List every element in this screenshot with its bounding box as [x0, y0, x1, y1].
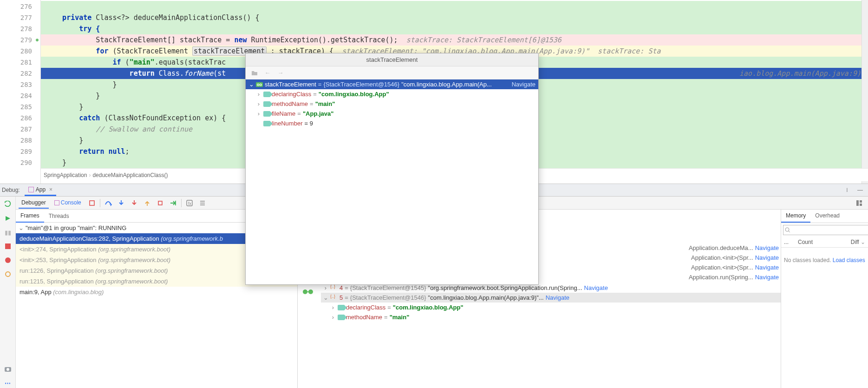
svg-rect-12 — [860, 204, 862, 206]
svg-point-2 — [6, 272, 10, 276]
forward-icon[interactable]: → — [275, 68, 286, 78]
line-number: 284 — [0, 90, 32, 101]
stack-frame[interactable]: main:9, App (com.lingxiao.blog) — [16, 287, 297, 297]
mute-breakpoints-icon[interactable] — [3, 269, 13, 279]
chevron-right-icon[interactable]: › — [256, 100, 261, 107]
line-number: 280 — [0, 46, 32, 57]
popup-field[interactable]: lineNumber = 9 — [246, 118, 538, 128]
memory-search-input[interactable] — [783, 225, 868, 235]
editor-marker-bar[interactable] — [861, 0, 868, 184]
col-ellipsis: ... — [784, 239, 798, 245]
console-tab[interactable]: Console — [52, 197, 84, 209]
debugger-tab[interactable]: Debugger — [19, 197, 49, 209]
col-count[interactable]: Count — [798, 239, 851, 245]
navigate-link[interactable]: Navigate — [584, 284, 608, 291]
object-icon — [330, 285, 338, 291]
quick-evaluate-popup[interactable]: stackTraceElement ← → ⌄ oo stackTraceEle… — [245, 53, 539, 285]
code-line[interactable]: private Class<?> deduceMainApplicationCl… — [41, 12, 868, 23]
field-icon — [263, 121, 270, 126]
back-icon[interactable]: ← — [262, 68, 273, 78]
folder-icon[interactable] — [249, 68, 260, 78]
rerun-icon[interactable] — [3, 199, 13, 210]
line-number: 290 — [0, 157, 32, 168]
variable-hint-row[interactable]: Application.deduceMa... Navigate — [681, 243, 781, 253]
field-icon — [263, 111, 270, 117]
chevron-right-icon[interactable]: › — [256, 110, 261, 117]
line-number: 279 — [0, 34, 32, 46]
variable-hint-row[interactable]: Application.run(Spring... Navigate — [681, 272, 781, 282]
load-classes-link[interactable]: Load classes — [833, 257, 865, 263]
variable-node[interactable]: ⌄ 5 = {StackTraceElement@1546} "com.ling… — [321, 293, 781, 303]
line-number: 281 — [0, 57, 32, 68]
stop-icon[interactable] — [3, 241, 13, 251]
settings-icon[interactable]: ⁞ — [842, 185, 852, 195]
console-icon — [54, 200, 59, 205]
trace-icon[interactable] — [197, 198, 208, 208]
instance-badge-icon: oo — [256, 82, 263, 87]
code-line[interactable] — [41, 1, 868, 12]
variable-hint-row[interactable]: Application.<init>(Spr... Navigate — [681, 263, 781, 272]
col-diff[interactable]: Diff ⌄ — [851, 239, 865, 245]
svg-rect-0 — [5, 243, 11, 249]
svg-point-1 — [5, 257, 11, 263]
threads-tab[interactable]: Threads — [44, 210, 74, 222]
line-number: 286 — [0, 112, 32, 124]
code-line[interactable]: StackTraceElement[] stackTrace = new Run… — [41, 34, 868, 46]
view-breakpoints-icon[interactable] — [3, 255, 13, 265]
code-line[interactable]: try { — [41, 23, 868, 34]
popup-tree[interactable]: ⌄ oo stackTraceElement = {StackTraceElem… — [246, 79, 538, 128]
close-icon[interactable]: × — [49, 186, 52, 193]
more-icon[interactable]: ⋯ — [3, 378, 13, 388]
overhead-tab[interactable]: Overhead — [810, 210, 844, 223]
resume-icon[interactable] — [3, 213, 13, 224]
field-icon — [338, 315, 344, 320]
chevron-right-icon[interactable]: › — [330, 304, 336, 311]
app-icon — [28, 187, 34, 192]
force-step-into-icon[interactable] — [129, 198, 139, 208]
layout-settings-icon[interactable] — [854, 198, 864, 208]
chevron-down-icon: ⌄ — [19, 224, 24, 231]
run-to-cursor-icon[interactable] — [168, 198, 178, 208]
evaluate-expression-icon[interactable]: fx — [184, 198, 195, 208]
chevron-down-icon[interactable]: ⌄ — [248, 81, 254, 88]
breadcrumb-item[interactable]: deduceMainApplicationClass() — [92, 172, 168, 178]
line-number: 288 — [0, 135, 32, 146]
variable-hint-row[interactable]: Application.<init>(Spr... Navigate — [681, 253, 781, 263]
popup-title: stackTraceElement — [246, 53, 538, 66]
step-into-icon[interactable] — [116, 198, 126, 208]
debug-run-tab[interactable]: App × — [25, 184, 56, 196]
variable-hints: Application.deduceMa... Navigate Applica… — [681, 243, 781, 282]
field-icon — [263, 101, 270, 107]
chevron-right-icon[interactable]: › — [256, 91, 261, 98]
line-number: 285 — [0, 101, 32, 112]
popup-field[interactable]: › fileName = "App.java" — [246, 109, 538, 118]
svg-rect-10 — [856, 200, 859, 206]
variable-field[interactable]: › declaringClass = "com.lingxiao.blog.Ap… — [321, 303, 781, 312]
variable-field[interactable]: › methodName = "main" — [321, 312, 781, 322]
memory-empty: No classes loaded. Load classes — [781, 248, 868, 273]
chevron-down-icon: ⌄ — [861, 239, 865, 245]
popup-field[interactable]: › methodName = "main" — [246, 99, 538, 109]
camera-icon[interactable] — [3, 364, 13, 374]
chevron-right-icon[interactable]: › — [330, 314, 336, 321]
step-over-icon[interactable] — [103, 198, 113, 208]
svg-rect-5 — [90, 201, 94, 205]
frames-tab[interactable]: Frames — [16, 210, 44, 223]
popup-field[interactable]: › declaringClass = "com.lingxiao.blog.Ap… — [246, 89, 538, 99]
breadcrumb-item[interactable]: SpringApplication — [44, 172, 87, 178]
step-out-icon[interactable] — [142, 198, 152, 208]
navigate-link[interactable]: Navigate — [546, 294, 569, 301]
show-execution-point-icon[interactable] — [87, 198, 97, 208]
minimize-icon[interactable]: — — [855, 185, 865, 195]
popup-root-node[interactable]: ⌄ oo stackTraceElement = {StackTraceElem… — [246, 79, 538, 89]
line-gutter: 276 277 278 279 280 281 282 283 284 285 … — [0, 0, 41, 184]
watches-icon[interactable] — [302, 289, 313, 295]
drop-frame-icon[interactable] — [155, 198, 165, 208]
chevron-down-icon[interactable]: ⌄ — [323, 294, 328, 301]
pause-icon[interactable]: ▮▮ — [3, 227, 13, 237]
memory-tab[interactable]: Memory — [781, 210, 810, 223]
separator — [100, 199, 100, 207]
variables-tree[interactable]: › 4 = {StackTraceElement@1545} "org.spri… — [321, 283, 781, 388]
navigate-link[interactable]: Navigate — [512, 81, 535, 88]
chevron-right-icon[interactable]: › — [323, 284, 328, 291]
